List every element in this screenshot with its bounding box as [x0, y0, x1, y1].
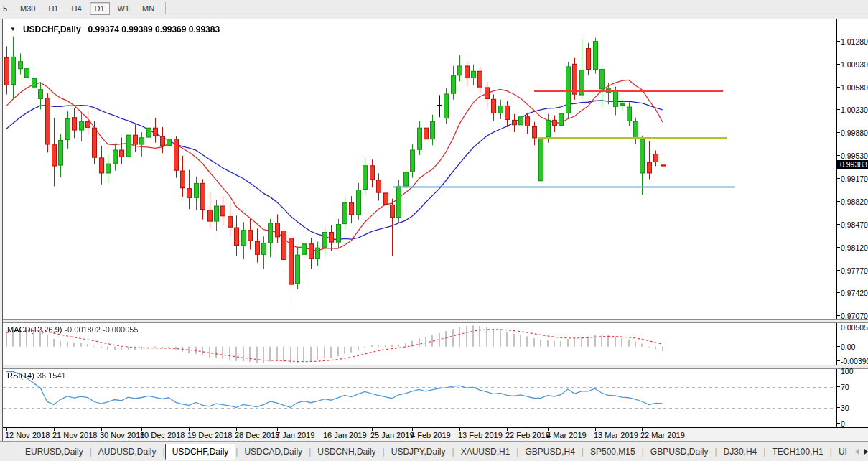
tf-button-mn[interactable]: MN [137, 2, 159, 15]
price-tick-label-tick [837, 247, 840, 248]
chart-tab-tech100-h1[interactable]: TECH100,H1 [765, 444, 829, 459]
date-label: 21 Nov 2018 [52, 431, 97, 439]
chart-window: ▼ USDCHF,Daily 0.99374 0.99389 0.99369 0… [2, 19, 868, 442]
rsi-canvas[interactable] [3, 369, 836, 427]
rsi-label: RSI(14)36.1541 [7, 371, 66, 380]
current-price-tag: 0.99383 [837, 160, 868, 169]
chart-tab-ui[interactable]: UI [832, 444, 854, 459]
macd-tick-label: 0.005053 [841, 323, 868, 332]
title-dropdown-arrow[interactable]: ▼ [10, 26, 16, 32]
macd-panel: MACD(12,26,9)-0.001802 -0.000055 0.00505… [3, 323, 868, 365]
price-tick-label: 0.99530 [841, 152, 868, 160]
price-tick-label-tick [837, 292, 840, 293]
date-label: 4 Feb 2019 [411, 431, 451, 439]
rsi-tick-label-tick [837, 407, 840, 408]
macd-tick-label-tick [837, 327, 840, 327]
date-label: 7 Jan 2019 [276, 431, 314, 439]
price-tick-label: 0.98820 [841, 197, 868, 206]
chart-tab-usdjpy-daily[interactable]: USDJPY,Daily [385, 444, 452, 459]
price-tick-label: 0.98470 [841, 220, 868, 229]
rsi-value: 36.1541 [37, 371, 66, 380]
price-tick-label: 0.97420 [841, 289, 868, 297]
macd-tick-label: 0.00 [841, 343, 855, 351]
chart-tab-eurusd-daily[interactable]: EURUSD,Daily [19, 444, 90, 459]
chart-tab-gbpusd-h4[interactable]: GBPUSD,H4 [518, 444, 581, 459]
mt4-application: 5 M30 H1 H4 D1 W1 MN ▼ USDCHF,Daily 0.99… [0, 0, 868, 461]
price-tick-label: 1.01280 [841, 37, 868, 46]
price-tick-label-tick [837, 155, 840, 156]
price-tick-label-tick [837, 201, 840, 202]
chart-tab-gbpusd-daily[interactable]: GBPUSD,Daily [644, 444, 715, 459]
price-tick-label: 0.97770 [841, 266, 868, 275]
date-label: 28 Dec 2018 [235, 431, 279, 439]
macd-tick-label-tick [837, 346, 840, 347]
date-label: 13 Feb 2019 [458, 431, 503, 439]
rsi-tick-label: 70 [841, 383, 849, 391]
price-tick-label-tick [837, 315, 840, 316]
price-tick-label-tick [837, 64, 840, 65]
price-tick-label-tick [837, 270, 840, 271]
chart-tab-usdchf-daily[interactable]: USDCHF,Daily [165, 444, 236, 460]
tf-button-h4[interactable]: H4 [66, 2, 86, 15]
chart-symbol-label: USDCHF,Daily [23, 24, 81, 34]
price-axis[interactable]: 1.012801.009301.005801.002300.998800.995… [836, 19, 868, 319]
price-tick-label-tick [837, 178, 840, 179]
date-label: 10 Dec 2018 [140, 431, 185, 439]
price-tick-label: 1.00580 [841, 83, 868, 92]
price-tick-label: 0.99880 [841, 129, 868, 137]
tf-button-m5[interactable]: 5 [0, 2, 12, 15]
macd-tick-label-tick [837, 360, 840, 361]
price-tick-label-tick [837, 109, 840, 110]
tf-button-d1[interactable]: D1 [90, 2, 110, 15]
macd-tick-label: -0.003909 [841, 357, 868, 365]
main-price-panel: ▼ USDCHF,Daily 0.99374 0.99389 0.99369 0… [3, 19, 868, 319]
date-label: 12 Nov 2018 [5, 431, 50, 439]
chart-tab-bar: EURUSD,Daily|AUDUSD,Daily|USDCHF,Daily|U… [0, 441, 868, 461]
main-chart-canvas[interactable] [3, 19, 836, 319]
chart-ohlc-values: 0.99374 0.99389 0.99369 0.99383 [88, 24, 220, 34]
rsi-tick-label-tick [837, 423, 840, 424]
macd-axis: 0.0050530.00-0.003909 [836, 323, 868, 365]
date-label: 16 Jan 2019 [323, 431, 367, 439]
date-label: 19 Dec 2018 [187, 431, 232, 439]
tab-scroll-right-icon[interactable] [864, 449, 868, 455]
chart-tab-xauusd-h1[interactable]: XAUUSD,H1 [454, 444, 517, 459]
rsi-tick-label-tick [837, 386, 840, 387]
rsi-tick-label-tick [837, 371, 840, 371]
price-tick-label-tick [837, 132, 840, 133]
macd-values: -0.001802 -0.000055 [65, 325, 138, 334]
price-tick-label-tick [837, 87, 840, 88]
date-label: 22 Mar 2019 [640, 431, 685, 439]
chart-tab-usdcad-daily[interactable]: USDCAD,Daily [238, 444, 309, 459]
chart-tab-sp500-m15[interactable]: SP500,M15 [584, 444, 642, 459]
chart-tab-audusd-daily[interactable]: AUDUSD,Daily [92, 444, 163, 459]
price-tick-label: 0.99170 [841, 174, 868, 183]
date-label: 4 Mar 2019 [546, 431, 587, 439]
date-label: 22 Feb 2019 [505, 431, 550, 439]
price-tick-label: 1.00930 [841, 60, 868, 69]
macd-label: MACD(12,26,9)-0.001802 -0.000055 [7, 325, 139, 334]
price-tick-label: 0.97070 [841, 312, 868, 320]
tf-button-h1[interactable]: H1 [43, 2, 63, 15]
date-label: 13 Mar 2019 [594, 431, 638, 439]
price-tick-label: 0.98120 [841, 243, 868, 252]
tab-scroll-left-icon[interactable] [855, 449, 859, 455]
toolbar-separator [165, 2, 166, 14]
rsi-panel: RSI(14)36.1541 10070300 [3, 369, 868, 427]
date-label: 30 Nov 2018 [100, 431, 144, 439]
rsi-tick-label: 30 [841, 404, 849, 412]
price-tick-label: 1.00230 [841, 106, 868, 114]
rsi-tick-label: 100 [841, 367, 854, 376]
price-tick-label-tick [837, 41, 840, 42]
chart-tab-dj30-h4[interactable]: DJ30,H4 [717, 444, 764, 459]
timeframe-toolbar: 5 M30 H1 H4 D1 W1 MN [0, 0, 868, 17]
date-label: 25 Jan 2019 [370, 431, 414, 439]
price-tick-label-tick [837, 224, 840, 225]
tf-button-m30[interactable]: M30 [15, 2, 40, 15]
rsi-axis: 10070300 [836, 369, 868, 427]
chart-title: ▼ USDCHF,Daily 0.99374 0.99389 0.99369 0… [10, 24, 220, 34]
tf-button-w1[interactable]: W1 [113, 2, 135, 15]
chart-tab-usdcnh-daily[interactable]: USDCNH,Daily [311, 444, 382, 459]
